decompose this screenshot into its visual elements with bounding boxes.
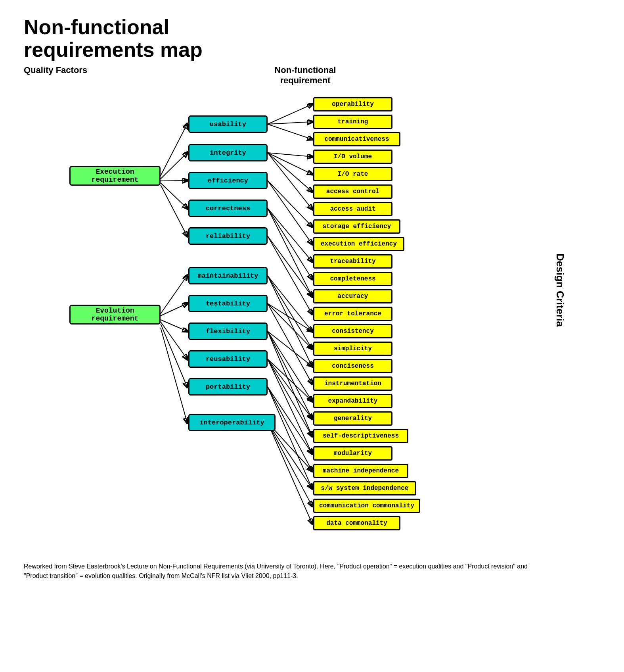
svg-line-24: [268, 236, 312, 314]
svg-line-9: [161, 324, 187, 387]
svg-line-14: [268, 153, 312, 157]
dc-completeness: completeness: [313, 272, 392, 286]
svg-line-8: [161, 322, 187, 359]
nfr-flexibility: flexibility: [188, 323, 268, 340]
svg-line-28: [268, 303, 312, 384]
dc-data-commonality: data commonality: [313, 516, 400, 530]
dc-communication-commonality: communication commonality: [313, 499, 420, 513]
svg-line-33: [268, 331, 312, 366]
evol-req-node: Evolution requirement: [69, 305, 161, 324]
svg-line-32: [268, 331, 312, 419]
dc-expandability: expandability: [313, 394, 392, 408]
svg-line-1: [161, 153, 187, 179]
design-criteria-label: Design Criteria: [554, 253, 566, 327]
svg-line-35: [268, 359, 312, 401]
svg-line-41: [268, 387, 312, 488]
svg-line-23: [268, 236, 312, 296]
svg-line-20: [268, 208, 312, 261]
dc-access-audit: access audit: [313, 202, 392, 216]
svg-line-5: [161, 276, 187, 314]
svg-line-16: [268, 153, 312, 192]
dc-execution-efficiency: execution efficiency: [313, 237, 404, 251]
dc-io-volume: I/O volume: [313, 150, 392, 164]
svg-line-27: [268, 276, 312, 366]
dc-access-control: access control: [313, 184, 392, 199]
svg-line-13: [268, 124, 312, 139]
svg-line-15: [268, 153, 312, 174]
nfr-usability: usability: [188, 115, 268, 133]
nfr-header: Non-functional requirement: [254, 65, 357, 86]
nfr-reliability: reliability: [188, 227, 268, 245]
diagram: Execution requirement Evolution requirem…: [24, 94, 599, 550]
dc-instrumentation: instrumentation: [313, 376, 392, 391]
dc-training: training: [313, 115, 392, 129]
nfr-maintainability: maintainability: [188, 267, 268, 284]
dc-consistency: consistency: [313, 324, 392, 338]
dc-machine-independence: machine independence: [313, 464, 408, 478]
svg-line-38: [268, 359, 312, 453]
svg-line-18: [268, 180, 312, 227]
nfr-testability: testability: [188, 295, 268, 312]
nfr-reusability: reusability: [188, 350, 268, 368]
dc-traceability: traceability: [313, 254, 392, 269]
svg-line-7: [161, 320, 187, 331]
nfr-correctness: correctness: [188, 200, 268, 217]
dc-operability: operability: [313, 97, 392, 111]
dc-error-tolerance: error tolerance: [313, 307, 392, 321]
svg-line-19: [268, 180, 312, 244]
dc-sw-system-independence: s/w system independence: [313, 481, 416, 495]
page-title: Non-functional requirements map: [24, 16, 301, 61]
svg-line-30: [268, 303, 312, 349]
nfr-portability: portability: [188, 378, 268, 396]
svg-line-43: [268, 422, 312, 488]
dc-accuracy: accuracy: [313, 289, 392, 303]
svg-line-44: [268, 422, 312, 506]
svg-line-21: [268, 208, 312, 279]
dc-generality: generality: [313, 411, 392, 426]
svg-line-10: [161, 328, 187, 422]
svg-line-45: [268, 422, 312, 523]
svg-line-29: [268, 303, 312, 331]
dc-storage-efficiency: storage efficiency: [313, 219, 400, 234]
dc-communicativeness: communicativeness: [313, 132, 400, 146]
svg-line-11: [268, 104, 312, 124]
svg-line-17: [268, 153, 312, 209]
svg-line-26: [268, 276, 312, 349]
svg-line-36: [268, 359, 312, 419]
svg-line-3: [161, 183, 187, 208]
quality-factors-header: Quality Factors: [24, 65, 135, 86]
dc-io-rate: I/O rate: [313, 167, 392, 181]
footer-text: Reworked from Steve Easterbrook's Lectur…: [24, 562, 539, 581]
svg-line-31: [268, 331, 312, 401]
nfr-integrity: integrity: [188, 144, 268, 161]
nfr-efficiency: efficiency: [188, 172, 268, 189]
svg-line-4: [161, 185, 187, 236]
dc-conciseness: conciseness: [313, 359, 392, 373]
svg-line-2: [161, 180, 187, 181]
svg-line-0: [161, 124, 187, 176]
page-container: Non-functional requirements map Quality …: [0, 0, 624, 672]
dc-simplicity: simplicity: [313, 342, 392, 356]
dc-modularity: modularity: [313, 446, 392, 461]
exec-req-node: Execution requirement: [69, 166, 161, 186]
nfr-interoperability: interoperability: [188, 414, 276, 431]
svg-line-25: [268, 276, 312, 331]
column-headers: Quality Factors Non-functional requireme…: [24, 65, 600, 86]
svg-line-22: [268, 208, 312, 296]
svg-line-12: [268, 122, 312, 124]
svg-line-6: [161, 303, 187, 316]
dc-self-descriptiveness: self-descriptiveness: [313, 429, 408, 443]
